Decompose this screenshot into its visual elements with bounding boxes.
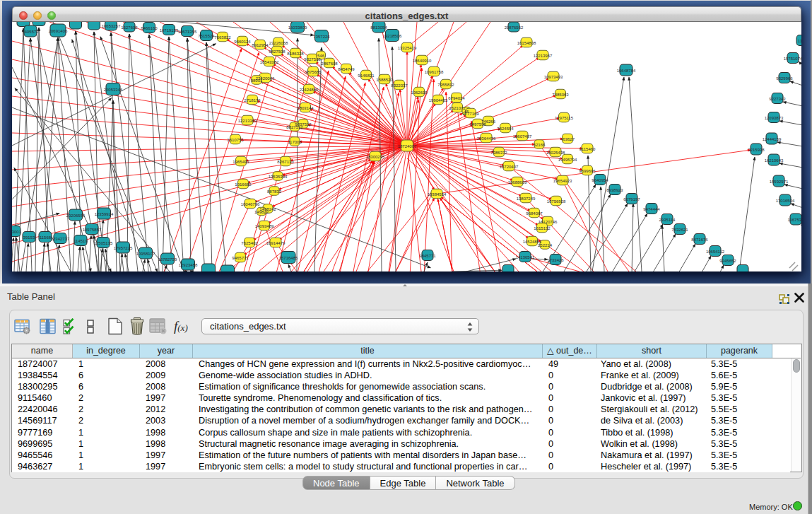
- svg-text:18300295: 18300295: [366, 155, 385, 159]
- svg-text:7515524: 7515524: [198, 34, 215, 38]
- svg-text:13495794: 13495794: [558, 158, 577, 162]
- svg-text:1965493: 1965493: [233, 160, 249, 164]
- svg-text:149822: 149822: [254, 210, 269, 214]
- svg-text:8322037: 8322037: [391, 83, 408, 88]
- svg-text:10671355: 10671355: [178, 30, 197, 34]
- svg-text:98901: 98901: [251, 78, 263, 83]
- svg-text:1362615: 1362615: [411, 90, 428, 95]
- svg-text:252214: 252214: [538, 243, 553, 247]
- svg-text:9329966: 9329966: [776, 76, 793, 81]
- svg-text:1405572: 1405572: [22, 30, 39, 34]
- svg-text:7955812: 7955812: [437, 83, 454, 87]
- svg-text:16648784: 16648784: [617, 69, 636, 73]
- svg-text:19654923: 19654923: [553, 179, 572, 183]
- svg-text:10688609: 10688609: [508, 180, 527, 185]
- svg-text:9640954: 9640954: [592, 178, 608, 182]
- svg-text:1610755: 1610755: [227, 138, 244, 142]
- svg-text:2803144: 2803144: [297, 106, 314, 110]
- svg-text:9115460: 9115460: [579, 147, 596, 151]
- svg-text:17957225: 17957225: [114, 246, 133, 250]
- svg-text:62166: 62166: [534, 143, 546, 147]
- svg-text:12093873: 12093873: [765, 116, 784, 120]
- svg-text:13807249: 13807249: [517, 197, 536, 201]
- svg-text:12505135: 12505135: [94, 241, 113, 245]
- svg-text:7357224: 7357224: [313, 35, 330, 39]
- svg-text:7632621: 7632621: [671, 228, 688, 232]
- svg-text:9845771: 9845771: [419, 254, 436, 258]
- svg-text:16210643: 16210643: [765, 158, 784, 163]
- svg-text:16543382: 16543382: [260, 60, 279, 64]
- svg-text:10653257: 10653257: [102, 24, 121, 28]
- svg-text:9474444: 9474444: [643, 207, 660, 211]
- svg-text:8938923: 8938923: [606, 188, 623, 192]
- svg-text:16120746: 16120746: [539, 220, 558, 224]
- svg-text:12923488: 12923488: [179, 263, 198, 267]
- svg-text:16033809: 16033809: [288, 25, 307, 30]
- svg-text:18640910: 18640910: [413, 59, 432, 63]
- svg-text:20206556: 20206556: [66, 214, 86, 218]
- svg-text:9684067: 9684067: [526, 211, 543, 216]
- svg-text:18724007: 18724007: [398, 144, 417, 148]
- svg-text:14136541: 14136541: [516, 255, 535, 259]
- svg-text:3624554: 3624554: [497, 127, 514, 131]
- svg-text:10973493: 10973493: [544, 75, 563, 79]
- svg-text:1112: 1112: [798, 39, 801, 43]
- svg-text:3875685: 3875685: [305, 70, 322, 74]
- svg-text:15751074: 15751074: [784, 57, 801, 61]
- svg-text:887833: 887833: [267, 189, 282, 194]
- svg-text:11568: 11568: [40, 235, 52, 240]
- svg-text:9227343: 9227343: [769, 97, 786, 101]
- svg-text:12359924: 12359924: [95, 212, 114, 216]
- svg-text:9465771: 9465771: [232, 256, 249, 260]
- svg-text:8471676: 8471676: [691, 238, 708, 242]
- svg-text:10961758: 10961758: [425, 70, 444, 74]
- svg-text:16154808: 16154808: [517, 41, 536, 45]
- svg-text:16914479: 16914479: [266, 241, 286, 245]
- svg-text:6794024: 6794024: [448, 96, 465, 100]
- svg-text:10719155: 10719155: [160, 28, 179, 33]
- svg-text:19218506: 19218506: [383, 34, 402, 38]
- svg-text:1733426: 1733426: [547, 258, 564, 262]
- svg-text:7663822: 7663822: [214, 35, 231, 40]
- svg-text:20364436: 20364436: [477, 136, 496, 141]
- svg-text:463627: 463627: [560, 137, 575, 141]
- svg-text:9837512: 9837512: [295, 122, 312, 127]
- svg-text:17016504: 17016504: [776, 199, 795, 203]
- svg-text:9777169: 9777169: [462, 112, 479, 116]
- svg-text:8454749: 8454749: [338, 67, 355, 71]
- svg-text:12975115: 12975115: [555, 116, 574, 120]
- svg-text:19904435: 19904435: [429, 98, 448, 103]
- svg-text:9660124: 9660124: [234, 40, 251, 44]
- svg-text:13325419: 13325419: [398, 46, 417, 50]
- svg-text:12213369: 12213369: [238, 119, 257, 123]
- svg-text:15716485: 15716485: [279, 256, 298, 260]
- svg-text:14093489: 14093489: [255, 224, 274, 228]
- svg-text:19384554: 19384554: [428, 192, 447, 197]
- svg-text:20053346: 20053346: [104, 88, 123, 92]
- svg-text:10025438: 10025438: [546, 151, 565, 155]
- svg-text:9245652: 9245652: [719, 259, 736, 263]
- svg-text:7625402: 7625402: [241, 241, 258, 245]
- svg-text:117006: 117006: [288, 140, 302, 144]
- svg-text:1916682: 1916682: [235, 182, 252, 187]
- svg-text:10654112: 10654112: [706, 250, 725, 254]
- svg-text:16756928: 16756928: [547, 199, 566, 204]
- svg-text:12342737: 12342737: [51, 237, 70, 241]
- svg-text:20876562: 20876562: [505, 25, 524, 30]
- svg-text:10607487: 10607487: [513, 134, 532, 139]
- svg-text:6679197: 6679197: [623, 197, 640, 201]
- svg-text:1167534: 1167534: [788, 218, 801, 222]
- svg-text:8267130: 8267130: [277, 160, 294, 164]
- svg-text:39153: 39153: [23, 235, 35, 240]
- svg-text:9699695: 9699695: [579, 169, 596, 173]
- svg-text:2935114: 2935114: [659, 218, 676, 222]
- svg-text:2718176: 2718176: [244, 98, 261, 103]
- svg-text:12444159: 12444159: [763, 137, 782, 141]
- svg-text:23226058: 23226058: [269, 41, 288, 45]
- svg-text:16782759: 16782759: [158, 257, 177, 262]
- svg-text:15592971: 15592971: [770, 180, 789, 184]
- svg-text:3215938: 3215938: [748, 148, 765, 152]
- svg-text:16046796: 16046796: [241, 202, 260, 206]
- svg-text:114519: 114519: [73, 239, 88, 243]
- svg-text:8186328: 8186328: [287, 52, 304, 56]
